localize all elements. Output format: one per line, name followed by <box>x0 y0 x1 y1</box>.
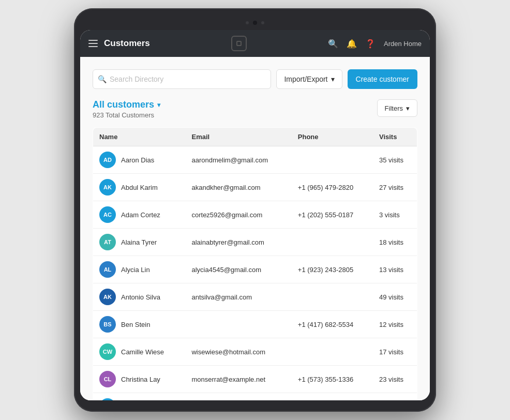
search-icon[interactable]: 🔍 <box>328 39 338 49</box>
cell-phone-5 <box>292 283 373 311</box>
customers-header-left: All customers ▾ 923 Total Customers <box>93 99 160 119</box>
filters-button[interactable]: Filters ▾ <box>377 99 417 117</box>
tablet-screen: Customers 🔍 🔔 ❓ Arden Home 🔍 <box>80 30 430 400</box>
table-row[interactable]: CW Camille Wiese wisewiese@hotmail.com 1… <box>93 338 417 366</box>
table-row[interactable]: AK Abdul Karim akandkher@gmail.com +1 (9… <box>93 174 417 201</box>
search-input[interactable] <box>93 69 271 89</box>
table-row[interactable]: AK Cliff Bowman bowman748@yahoo.com +1 (… <box>93 393 417 401</box>
cell-phone-6: +1 (417) 682-5534 <box>292 311 373 338</box>
customer-name-cell: AC Adam Cortez <box>99 206 179 223</box>
cell-email-4: alycia4545@gmail.com <box>185 256 291 283</box>
camera-dot-center <box>253 21 257 25</box>
cell-visits-4: 13 visits <box>373 256 417 283</box>
col-visits: Visits <box>373 128 417 146</box>
cell-email-1: akandkher@gmail.com <box>185 174 291 201</box>
customer-name: Alaina Tyrer <box>121 238 157 246</box>
nav-left: Customers <box>88 38 150 49</box>
table-header: Name Email Phone Visits <box>93 128 417 146</box>
hamburger-icon[interactable] <box>88 40 98 47</box>
customer-name-cell: AD Aaron Dias <box>99 152 179 168</box>
cell-email-2: cortez5926@gmail.com <box>185 201 291 229</box>
filters-label: Filters <box>385 104 403 112</box>
col-phone: Phone <box>292 128 373 146</box>
customer-name-cell: BS Ben Stein <box>99 316 179 333</box>
table-row[interactable]: BS Ben Stein +1 (417) 682-5534 12 visits <box>93 311 417 338</box>
cell-phone-4: +1 (923) 243-2805 <box>292 256 373 283</box>
camera-dot-left <box>246 21 249 24</box>
cell-name-3: AT Alaina Tyrer <box>93 229 186 256</box>
cell-email-5: antsilva@gmail.com <box>185 283 291 311</box>
table-row[interactable]: AC Adam Cortez cortez5926@gmail.com +1 (… <box>93 201 417 229</box>
col-email: Email <box>185 128 291 146</box>
cell-phone-1: +1 (965) 479-2820 <box>292 174 373 201</box>
avatar: AD <box>99 152 116 168</box>
filters-chevron-icon: ▾ <box>406 104 410 112</box>
cell-phone-2: +1 (202) 555-0187 <box>292 201 373 229</box>
app-icon[interactable] <box>231 36 247 51</box>
user-name[interactable]: Arden Home <box>384 40 422 48</box>
import-export-label: Import/Export <box>284 75 327 83</box>
cell-visits-3: 18 visits <box>373 229 417 256</box>
cell-phone-9: +1 (203) 522-2227 <box>292 393 373 401</box>
create-customer-button[interactable]: Create customer <box>348 69 417 89</box>
avatar: AC <box>99 206 116 223</box>
cell-name-7: CW Camille Wiese <box>93 338 186 366</box>
chevron-down-icon: ▾ <box>157 101 160 109</box>
cell-email-9: bowman748@yahoo.com <box>185 393 291 401</box>
cell-visits-2: 3 visits <box>373 201 417 229</box>
actions-row: 🔍 Import/Export ▾ Create customer <box>93 69 417 89</box>
cell-email-3: alainabtyrer@gmail.com <box>185 229 291 256</box>
avatar: AL <box>99 261 116 278</box>
table-row[interactable]: AL Alycia Lin alycia4545@gmail.com +1 (9… <box>93 256 417 283</box>
table-row[interactable]: AT Alaina Tyrer alainabtyrer@gmail.com 1… <box>93 229 417 256</box>
nav-right: 🔍 🔔 ❓ Arden Home <box>328 39 422 49</box>
cell-visits-1: 27 visits <box>373 174 417 201</box>
app-icon-inner <box>236 41 242 46</box>
cell-name-9: AK Cliff Bowman <box>93 393 186 401</box>
import-export-button[interactable]: Import/Export ▾ <box>276 69 342 89</box>
cell-name-8: CL Christina Lay <box>93 366 186 393</box>
page-title: Customers <box>104 38 150 49</box>
customer-name: Christina Lay <box>121 376 160 383</box>
cell-name-4: AL Alycia Lin <box>93 256 186 283</box>
avatar: AT <box>99 234 116 250</box>
camera-dot-right <box>261 21 264 24</box>
avatar: CW <box>99 343 116 360</box>
table-row[interactable]: CL Christina Lay monserrat@example.net +… <box>93 366 417 393</box>
cell-email-6 <box>185 311 291 338</box>
cell-phone-3 <box>292 229 373 256</box>
avatar: AK <box>99 179 116 196</box>
cell-email-0: aarondmelim@gmail.com <box>185 146 291 174</box>
avatar: BS <box>99 316 116 333</box>
cell-visits-7: 17 visits <box>373 338 417 366</box>
customer-name: Alycia Lin <box>121 266 150 274</box>
cell-visits-6: 12 visits <box>373 311 417 338</box>
customer-name-cell: CL Christina Lay <box>99 371 179 387</box>
tablet-frame: Customers 🔍 🔔 ❓ Arden Home 🔍 <box>74 8 436 412</box>
customer-name: Ben Stein <box>121 321 150 328</box>
customers-header: All customers ▾ 923 Total Customers Filt… <box>93 99 417 119</box>
notification-icon[interactable]: 🔔 <box>347 39 357 49</box>
camera-bar <box>80 18 430 28</box>
cell-name-5: AK Antonio Silva <box>93 283 186 311</box>
table-body: AD Aaron Dias aarondmelim@gmail.com 35 v… <box>93 146 417 401</box>
search-wrapper: 🔍 <box>93 69 271 89</box>
cell-visits-0: 35 visits <box>373 146 417 174</box>
cell-name-2: AC Adam Cortez <box>93 201 186 229</box>
customer-name-cell: AK Abdul Karim <box>99 179 179 196</box>
cell-phone-0 <box>292 146 373 174</box>
chevron-down-icon: ▾ <box>331 75 335 83</box>
all-customers-label: All customers <box>93 99 154 110</box>
cell-visits-5: 49 visits <box>373 283 417 311</box>
all-customers-title[interactable]: All customers ▾ <box>93 99 160 110</box>
cell-name-6: BS Ben Stein <box>93 311 186 338</box>
table-row[interactable]: AD Aaron Dias aarondmelim@gmail.com 35 v… <box>93 146 417 174</box>
help-icon[interactable]: ❓ <box>365 39 376 49</box>
customer-name: Antonio Silva <box>121 293 160 301</box>
cell-visits-9: 44 visits <box>373 393 417 401</box>
cell-name-0: AD Aaron Dias <box>93 146 186 174</box>
col-name: Name <box>93 128 186 146</box>
customer-name-cell: AL Alycia Lin <box>99 261 179 278</box>
table-row[interactable]: AK Antonio Silva antsilva@gmail.com 49 v… <box>93 283 417 311</box>
customer-name: Aaron Dias <box>121 156 154 164</box>
